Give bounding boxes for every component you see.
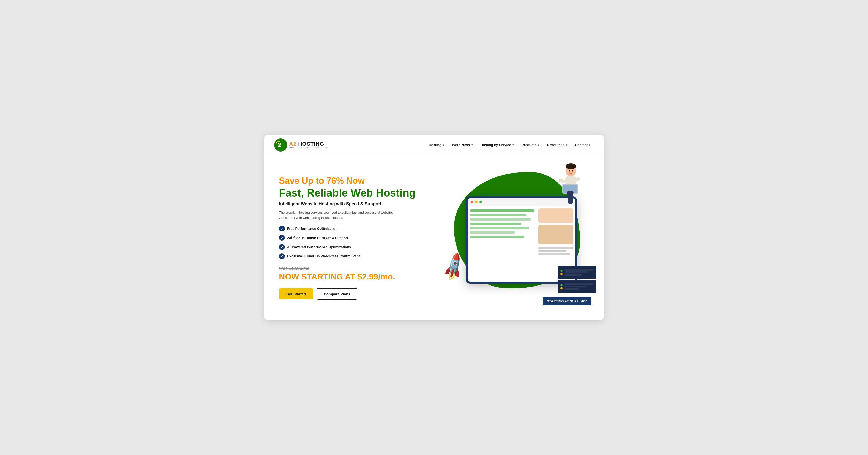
nav-item-wordpress[interactable]: WordPress ▼ xyxy=(449,141,476,149)
chevron-down-icon: ▼ xyxy=(565,144,568,146)
check-icon xyxy=(279,235,285,241)
content-line xyxy=(470,218,531,221)
logo-icon: 2 xyxy=(274,138,287,151)
cta-buttons: Get Started Compare Plans xyxy=(279,288,443,300)
list-item: Free Performance Optimization xyxy=(279,226,443,231)
check-icon xyxy=(279,226,285,231)
hero-description: The premium hosting services you need to… xyxy=(279,210,400,220)
content-line xyxy=(470,214,526,216)
nav-item-resources[interactable]: Resources ▼ xyxy=(544,141,570,149)
small-line xyxy=(538,253,570,255)
content-line xyxy=(470,227,529,229)
list-item: Exclusive TurboHub WordPress Control Pan… xyxy=(279,253,443,259)
server-stack-illustration xyxy=(558,266,596,293)
content-line xyxy=(470,236,524,238)
browser-window: 2 A2 HOSTING. OUR SPEED, YOUR SUCCESS Ho… xyxy=(265,135,603,320)
logo-text: A2 HOSTING. OUR SPEED, YOUR SUCCESS xyxy=(289,141,328,149)
svg-point-12 xyxy=(572,170,573,172)
nav-links: Hosting ▼ WordPress ▼ Hosting by Service… xyxy=(426,141,594,149)
server-light-green xyxy=(560,270,563,272)
hero-content: Save Up to 76% Now Fast, Reliable Web Ho… xyxy=(279,175,443,300)
svg-point-11 xyxy=(569,170,570,172)
nav-item-hosting-by-service[interactable]: Hosting by Service ▼ xyxy=(477,141,517,149)
nav-item-hosting[interactable]: Hosting ▼ xyxy=(426,141,447,149)
hero-save-line: Save Up to 76% Now xyxy=(279,175,443,186)
hero-illustration: 🚀 xyxy=(449,167,594,308)
navbar: 2 A2 HOSTING. OUR SPEED, YOUR SUCCESS Ho… xyxy=(265,135,603,155)
old-price: Was $12.99/mo xyxy=(279,266,443,271)
server-light-green xyxy=(560,284,563,286)
price-tag-banner: STARTING AT $2.99 /MO* xyxy=(543,297,591,306)
chevron-down-icon: ▼ xyxy=(471,144,473,146)
server-light-yellow xyxy=(560,273,563,275)
server-lights xyxy=(560,284,563,289)
content-line xyxy=(470,231,515,234)
list-item: AI-Powered Performance Optimizations xyxy=(279,244,443,250)
new-price: NOW STARTING AT $2.99/mo. xyxy=(279,272,443,281)
list-item: 24/7/365 In-House Guru Crew Support xyxy=(279,235,443,241)
content-line xyxy=(470,209,534,212)
server-light-yellow xyxy=(560,287,563,289)
logo-title: A2 HOSTING. xyxy=(289,141,328,147)
svg-text:2: 2 xyxy=(278,141,281,149)
logo[interactable]: 2 A2 HOSTING. OUR SPEED, YOUR SUCCESS xyxy=(274,138,328,151)
small-line xyxy=(538,250,566,252)
server-lights xyxy=(560,270,563,275)
get-started-button[interactable]: Get Started xyxy=(279,288,313,300)
window-dot-green xyxy=(479,201,482,203)
server-bars xyxy=(564,283,593,290)
small-line xyxy=(538,247,573,249)
feature-list: Free Performance Optimization 24/7/365 I… xyxy=(279,226,443,259)
check-icon xyxy=(279,244,285,250)
server-unit xyxy=(558,280,596,293)
chevron-down-icon: ▼ xyxy=(589,144,591,146)
check-icon xyxy=(279,253,285,259)
monitor-content-lines xyxy=(468,206,536,282)
chevron-down-icon: ▼ xyxy=(442,144,445,146)
card-placeholder xyxy=(538,225,573,244)
server-unit xyxy=(558,266,596,279)
hero-title: Fast, Reliable Web Hosting xyxy=(279,187,443,199)
chevron-down-icon: ▼ xyxy=(537,144,540,146)
hero-section: Save Up to 76% Now Fast, Reliable Web Ho… xyxy=(265,155,603,320)
nav-item-products[interactable]: Products ▼ xyxy=(519,141,543,149)
svg-rect-9 xyxy=(558,178,565,183)
logo-tagline: OUR SPEED, YOUR SUCCESS xyxy=(289,147,328,149)
svg-point-3 xyxy=(565,163,576,169)
hero-subtitle: Intelligent Website Hosting with Speed &… xyxy=(279,201,443,206)
person-illustration xyxy=(555,163,582,211)
small-lines xyxy=(538,246,573,255)
content-line xyxy=(470,223,521,225)
window-dot-red xyxy=(471,201,473,203)
compare-plans-button[interactable]: Compare Plans xyxy=(316,288,358,300)
chevron-down-icon: ▼ xyxy=(512,144,515,146)
window-dot-yellow xyxy=(475,201,477,203)
nav-item-contact[interactable]: Contact ▼ xyxy=(572,141,594,149)
server-bars xyxy=(564,269,593,276)
